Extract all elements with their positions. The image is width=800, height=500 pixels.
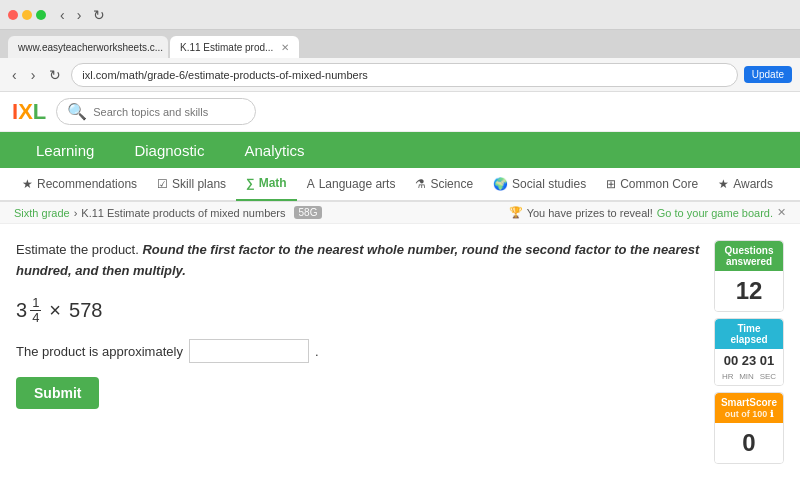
breadcrumb-badge: 58G — [294, 206, 323, 219]
breadcrumb-sep: › — [74, 207, 78, 219]
subnav-skillplans[interactable]: ☑ Skill plans — [147, 167, 236, 201]
tab-bar: www.easyteacherworksheets.c... ✕ K.11 Es… — [0, 30, 800, 58]
nav-diagnostic[interactable]: Diagnostic — [114, 132, 224, 168]
time-elapsed-header: Timeelapsed — [715, 319, 783, 349]
question-panel: Estimate the product. Round the first fa… — [16, 240, 702, 464]
smart-score-header: SmartScore out of 100 ℹ — [715, 393, 783, 423]
skillplans-icon: ☑ — [157, 177, 168, 191]
subnav-social-studies[interactable]: 🌍 Social studies — [483, 167, 596, 201]
url-input[interactable] — [71, 63, 737, 87]
tab-1[interactable]: www.easyteacherworksheets.c... ✕ — [8, 36, 168, 58]
tab-2-label: K.11 Estimate prod... — [180, 42, 273, 53]
subnav-language-arts[interactable]: A Language arts — [297, 167, 406, 201]
minimize-button[interactable] — [22, 10, 32, 20]
answer-row: The product is approximately . — [16, 339, 702, 363]
right-panel: Questionsanswered 12 Timeelapsed 00 23 0… — [714, 240, 784, 464]
content-area: Estimate the product. Round the first fa… — [0, 224, 800, 480]
main-nav: Learning Diagnostic Analytics — [0, 132, 800, 168]
forward-button[interactable]: › — [73, 5, 86, 25]
subnav-common-core-label: Common Core — [620, 177, 698, 191]
time-label: Timeelapsed — [730, 323, 767, 345]
second-value: 578 — [69, 299, 102, 322]
social-icon: 🌍 — [493, 177, 508, 191]
submit-button[interactable]: Submit — [16, 377, 99, 409]
common-core-icon: ⊞ — [606, 177, 616, 191]
time-labels: HR MIN SEC — [715, 372, 783, 385]
smart-score-value: 0 — [715, 423, 783, 463]
breadcrumb-skill: K.11 Estimate products of mixed numbers — [81, 207, 285, 219]
subnav-recommendations[interactable]: ★ Recommendations — [12, 167, 147, 201]
tab-1-label: www.easyteacherworksheets.c... — [18, 42, 163, 53]
prize-link[interactable]: Go to your game board. — [657, 207, 773, 219]
close-button[interactable] — [8, 10, 18, 20]
sec-label: SEC — [760, 372, 776, 381]
prize-close[interactable]: ✕ — [777, 206, 786, 219]
nav-learning[interactable]: Learning — [16, 132, 114, 168]
smart-score-box: SmartScore out of 100 ℹ 0 — [714, 392, 784, 464]
questions-answered-header: Questionsanswered — [715, 241, 783, 271]
hr-label: HR — [722, 372, 734, 381]
time-sec: 01 — [760, 353, 774, 368]
search-input[interactable] — [93, 106, 233, 118]
subnav-science[interactable]: ⚗ Science — [405, 167, 483, 201]
breadcrumb-grade[interactable]: Sixth grade — [14, 207, 70, 219]
questions-answered-box: Questionsanswered 12 — [714, 240, 784, 312]
questions-answered-value: 12 — [715, 271, 783, 311]
url-refresh-button[interactable]: ↻ — [45, 65, 65, 85]
update-button[interactable]: Update — [744, 66, 792, 83]
browser-navigation: ‹ › ↻ — [56, 5, 109, 25]
subnav-common-core[interactable]: ⊞ Common Core — [596, 167, 708, 201]
ixl-header: IXL 🔍 — [0, 92, 800, 132]
answer-label: The product is approximately — [16, 344, 183, 359]
smart-score-sublabel: out of 100 — [725, 409, 768, 419]
smart-score-label: SmartScore — [721, 397, 777, 408]
subnav-social-label: Social studies — [512, 177, 586, 191]
time-min: 23 — [742, 353, 756, 368]
browser-chrome: ‹ › ↻ — [0, 0, 800, 30]
maximize-button[interactable] — [36, 10, 46, 20]
url-bar: ‹ › ↻ Update — [0, 58, 800, 92]
answer-input[interactable] — [189, 339, 309, 363]
science-icon: ⚗ — [415, 177, 426, 191]
time-hr: 00 — [724, 353, 738, 368]
min-label: MIN — [739, 372, 754, 381]
recommendations-icon: ★ — [22, 177, 33, 191]
subnav-recommendations-label: Recommendations — [37, 177, 137, 191]
search-box[interactable]: 🔍 — [56, 98, 256, 125]
subnav-math[interactable]: ∑ Math — [236, 167, 297, 201]
refresh-button[interactable]: ↻ — [89, 5, 109, 25]
url-back-button[interactable]: ‹ — [8, 65, 21, 85]
work-it-out-section: Work it out Not feeling ready yet? This … — [16, 480, 784, 500]
subnav-awards[interactable]: ★ Awards — [708, 167, 783, 201]
tab-2-close[interactable]: ✕ — [281, 42, 289, 53]
ixl-logo: IXL — [12, 99, 46, 125]
numerator: 1 — [30, 296, 41, 311]
question-instruction: Estimate the product. Round the first fa… — [16, 240, 702, 282]
back-button[interactable]: ‹ — [56, 5, 69, 25]
math-icon: ∑ — [246, 176, 255, 190]
time-value: 00 23 01 — [715, 349, 783, 372]
time-elapsed-box: Timeelapsed 00 23 01 HR MIN SEC — [714, 318, 784, 386]
trophy-icon: 🏆 — [509, 206, 523, 219]
subnav-awards-label: Awards — [733, 177, 773, 191]
math-expression: 3 1 4 × 578 — [16, 296, 702, 326]
subnav-lang-label: Language arts — [319, 177, 396, 191]
subnav-math-label: Math — [259, 176, 287, 190]
url-forward-button[interactable]: › — [27, 65, 40, 85]
awards-icon: ★ — [718, 177, 729, 191]
whole-number: 3 — [16, 299, 27, 322]
traffic-lights — [8, 10, 46, 20]
denominator: 4 — [30, 311, 41, 325]
times-symbol: × — [49, 299, 61, 322]
tab-2[interactable]: K.11 Estimate prod... ✕ — [170, 36, 299, 58]
search-icon: 🔍 — [67, 102, 87, 121]
sub-nav: ★ Recommendations ☑ Skill plans ∑ Math A… — [0, 168, 800, 202]
nav-analytics[interactable]: Analytics — [224, 132, 324, 168]
subnav-skillplans-label: Skill plans — [172, 177, 226, 191]
smart-score-info-icon: ℹ — [770, 409, 773, 419]
fraction: 1 4 — [30, 296, 41, 326]
prize-banner: 🏆 You have prizes to reveal! Go to your … — [509, 206, 786, 219]
lang-icon: A — [307, 177, 315, 191]
bottom-section: Work it out Not feeling ready yet? This … — [0, 480, 800, 500]
questions-answered-label: Questionsanswered — [725, 245, 774, 267]
